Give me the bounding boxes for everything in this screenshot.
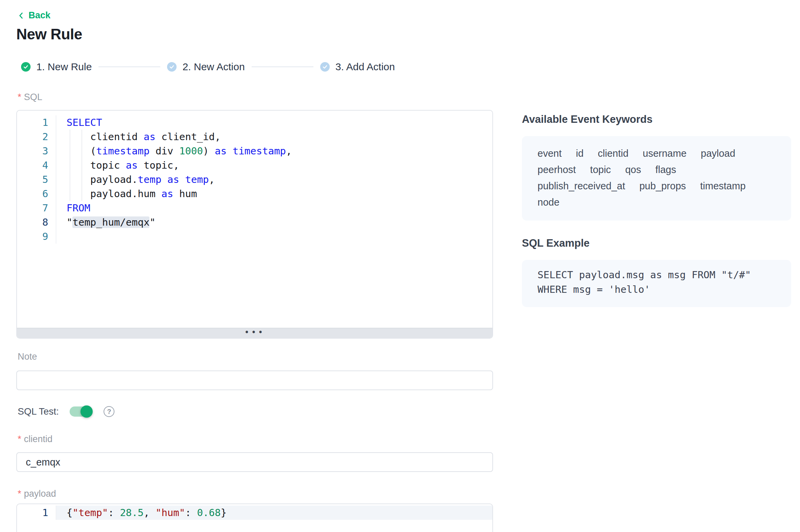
payload-field-label: *payload (18, 489, 56, 499)
check-circle-icon (21, 62, 31, 72)
line-number: 2 (17, 130, 56, 144)
back-label: Back (29, 10, 51, 21)
event-keyword: peerhost (538, 162, 576, 178)
sql-example-line: SELECT payload.msg as msg FROM "t/#" (538, 268, 778, 282)
keyword-row: publish_received_atpub_propstimestamp (538, 178, 778, 194)
toggle-knob (80, 405, 93, 418)
sql-code-area[interactable]: 1SELECT2 clientid as client_id,3 (timest… (17, 111, 492, 328)
sql-example-line: WHERE msg = 'hello' (538, 282, 778, 297)
page-title: New Rule (16, 26, 82, 43)
line-number: 7 (17, 201, 56, 215)
event-keywords-box: eventidclientidusernamepayloadpeerhostto… (522, 136, 791, 221)
note-input[interactable] (16, 370, 493, 390)
code-line[interactable]: 1SELECT (17, 115, 492, 130)
sql-example-heading: SQL Example (522, 237, 589, 249)
step-label: 2. New Action (182, 61, 244, 73)
code-line[interactable]: 4 topic as topic, (17, 158, 492, 172)
keywords-heading: Available Event Keywords (522, 113, 653, 126)
event-keyword: clientid (598, 145, 629, 162)
clientid-input[interactable] (16, 452, 493, 472)
event-keyword: event (538, 145, 562, 162)
resize-dots-icon: ••• (244, 328, 265, 337)
event-keyword: pub_props (639, 178, 686, 194)
check-circle-icon (320, 62, 330, 72)
code-line[interactable]: 9 (17, 229, 492, 244)
code-line[interactable]: 1{"temp": 28.5, "hum": 0.68} (17, 506, 492, 520)
code-line[interactable]: 8"temp_hum/emqx" (17, 215, 492, 229)
line-number: 5 (17, 172, 56, 187)
stepper: 1. New Rule 2. New Action 3. Add Action (21, 61, 395, 73)
clientid-field-label: *clientid (18, 434, 53, 444)
code-line[interactable]: 6 payload.hum as hum (17, 187, 492, 201)
sql-example-box: SELECT payload.msg as msg FROM "t/#"WHER… (522, 260, 791, 307)
payload-editor[interactable]: 1{"temp": 28.5, "hum": 0.68} (16, 504, 493, 532)
step-new-action[interactable]: 2. New Action (167, 61, 244, 73)
code-line[interactable]: 5 payload.temp as temp, (17, 172, 492, 187)
event-keyword: node (538, 194, 560, 210)
required-asterisk: * (18, 489, 21, 499)
step-connector (252, 66, 313, 67)
code-line[interactable]: 7FROM (17, 201, 492, 215)
indent-guide (81, 130, 82, 201)
required-asterisk: * (18, 92, 21, 102)
step-label: 1. New Rule (36, 61, 92, 73)
code-line[interactable]: 2 clientid as client_id, (17, 130, 492, 144)
line-number: 8 (17, 215, 56, 229)
check-circle-icon (167, 62, 177, 72)
sql-editor[interactable]: 1SELECT2 clientid as client_id,3 (timest… (16, 110, 493, 339)
keyword-row: eventidclientidusernamepayload (538, 145, 778, 162)
sql-test-toggle[interactable] (70, 406, 92, 417)
code-line[interactable]: 3 (timestamp div 1000) as timestamp, (17, 144, 492, 158)
new-rule-page: Back New Rule 1. New Rule 2. New Action (0, 0, 800, 532)
line-number: 4 (17, 158, 56, 172)
note-field-label: Note (18, 352, 37, 362)
event-keyword: id (576, 145, 584, 162)
event-keyword: publish_received_at (538, 178, 625, 194)
line-number: 1 (17, 506, 56, 520)
line-number: 1 (17, 115, 56, 130)
step-connector (98, 66, 160, 67)
event-keyword: payload (701, 145, 735, 162)
editor-resize-handle[interactable]: ••• (17, 328, 492, 338)
step-add-action[interactable]: 3. Add Action (320, 61, 395, 73)
chevron-left-icon (17, 12, 25, 20)
required-asterisk: * (18, 434, 21, 444)
keyword-row: peerhosttopicqosflags (538, 162, 778, 178)
event-keyword: username (643, 145, 687, 162)
step-new-rule[interactable]: 1. New Rule (21, 61, 92, 73)
sql-field-label: *SQL (18, 92, 42, 102)
event-keyword: timestamp (700, 178, 746, 194)
indent-guide (70, 130, 70, 201)
step-label: 3. Add Action (335, 61, 395, 73)
event-keyword: qos (625, 162, 641, 178)
sql-test-row: SQL Test: ? (18, 404, 114, 419)
line-number: 6 (17, 187, 56, 201)
sql-test-label: SQL Test: (18, 406, 59, 417)
keyword-row: node (538, 194, 778, 210)
line-number: 9 (17, 229, 56, 244)
line-number: 3 (17, 144, 56, 158)
back-link[interactable]: Back (17, 10, 51, 21)
event-keyword: flags (655, 162, 676, 178)
event-keyword: topic (590, 162, 611, 178)
question-circle-icon[interactable]: ? (104, 406, 114, 417)
